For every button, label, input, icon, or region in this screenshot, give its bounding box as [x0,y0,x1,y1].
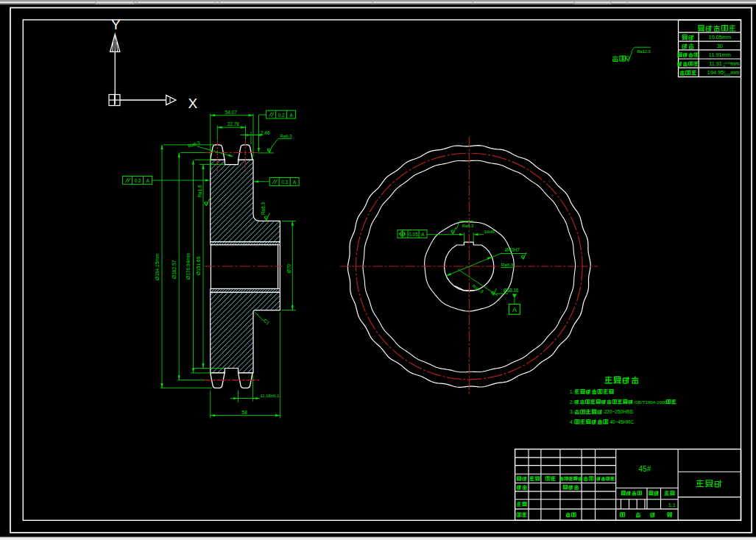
svg-text:0.3: 0.3 [281,180,288,185]
svg-text:Ra12.5: Ra12.5 [637,49,651,54]
svg-text:A: A [289,113,293,118]
svg-text:194.95: 194.95 [707,69,724,76]
svg-text:11.91mm: 11.91mm [709,51,731,58]
svg-text:A: A [293,180,297,185]
svg-text:A: A [146,178,149,183]
svg-text:Ra6.3: Ra6.3 [462,224,473,228]
svg-text:3.: 3. [570,409,574,414]
svg-text:Ra6.3: Ra6.3 [501,262,514,267]
svg-text:Ø151.69: Ø151.69 [196,256,201,275]
svg-text:1:1: 1:1 [668,502,676,508]
svg-text:11.18±0.1: 11.18±0.1 [261,394,280,398]
svg-text:1.: 1. [570,389,574,394]
svg-text:Ø182.57: Ø182.57 [172,260,177,279]
svg-text:220~250HBS.: 220~250HBS. [604,409,634,414]
svg-text:X: X [188,96,198,111]
svg-text:-0.12: -0.12 [724,73,732,77]
svg-text:Ra6.3: Ra6.3 [261,202,266,215]
svg-text:22.78: 22.78 [227,121,239,127]
svg-text:45#: 45# [639,465,651,473]
svg-text:0.2: 0.2 [135,178,141,183]
svg-text:58: 58 [242,410,248,415]
svg-text:2.46: 2.46 [261,130,270,135]
svg-text:Ø176.94mm: Ø176.94mm [186,252,191,280]
svg-text:Ø70: Ø70 [286,264,292,273]
svg-text:GB/T1804-2000: GB/T1804-2000 [635,399,668,405]
svg-text:Ra6.3: Ra6.3 [280,134,293,138]
svg-text:0.2: 0.2 [278,113,285,118]
svg-text:30: 30 [717,43,723,49]
svg-text:A: A [512,306,517,313]
svg-text:A: A [421,232,425,237]
svg-text:2.: 2. [570,399,574,405]
svg-text:16H9: 16H9 [484,230,495,234]
svg-text:54.07: 54.07 [225,110,237,115]
svg-text:Ra1.6: Ra1.6 [197,185,202,197]
svg-text:mm: mm [731,70,740,76]
svg-text:Ø58.16: Ø58.16 [504,288,519,293]
svg-text:4.: 4. [570,419,574,424]
svg-text:0.05: 0.05 [409,232,418,237]
svg-text:19.05mm: 19.05mm [709,34,731,40]
svg-text:Y: Y [111,17,121,32]
svg-text:Ø194.15mm: Ø194.15mm [155,253,160,280]
svg-text:40~45HRC.: 40~45HRC. [610,419,635,424]
svg-text:mm: mm [731,61,740,67]
svg-text:Ø40H7: Ø40H7 [505,247,520,252]
svg-text:11.91: 11.91 [709,60,722,67]
